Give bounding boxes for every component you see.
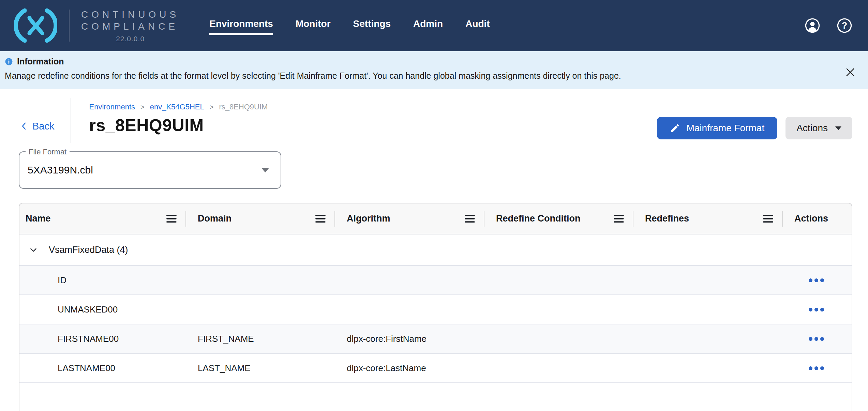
cell-algorithm: dlpx-core:LastName: [341, 354, 490, 382]
breadcrumb-separator: >: [210, 103, 214, 111]
breadcrumb-separator: >: [140, 103, 145, 111]
breadcrumb: Environments > env_K54G5HEL > rs_8EHQ9UI…: [89, 103, 268, 111]
main-nav: Environments Monitor Settings Admin Audi…: [209, 18, 490, 29]
banner-message: Manage redefine conditions for the field…: [5, 71, 830, 81]
row-actions-menu-icon[interactable]: [807, 335, 826, 343]
mainframe-format-button[interactable]: Mainframe Format: [657, 117, 777, 139]
back-label: Back: [32, 121, 54, 132]
breadcrumb-environment[interactable]: env_K54G5HEL: [150, 103, 204, 111]
cell-name: UNMASKED00: [19, 295, 192, 324]
column-menu-icon[interactable]: [763, 214, 775, 223]
cell-name: FIRSTNAME00: [19, 324, 192, 353]
table-row: ID: [19, 266, 852, 295]
chevron-down-icon[interactable]: [28, 245, 39, 255]
column-menu-icon[interactable]: [315, 214, 327, 223]
column-header-domain: Domain: [192, 203, 341, 234]
cell-algorithm: [341, 266, 490, 294]
nav-settings[interactable]: Settings: [353, 18, 391, 29]
nav-audit[interactable]: Audit: [465, 18, 490, 29]
info-banner: Information Manage redefine conditions f…: [0, 51, 868, 89]
close-icon[interactable]: [844, 66, 856, 79]
file-format-value: 5XA3199N.cbl: [28, 164, 93, 176]
main-content: Back Environments > env_K54G5HEL > rs_8E…: [0, 98, 868, 411]
actions-button[interactable]: Actions: [785, 117, 852, 139]
row-actions-menu-icon[interactable]: [807, 306, 826, 314]
app-window: CONTINUOUS COMPLIANCE 22.0.0.0 Environme…: [0, 0, 868, 411]
brand-line-1: CONTINUOUS: [81, 9, 179, 20]
app-logo: CONTINUOUS COMPLIANCE 22.0.0.0: [14, 8, 179, 43]
help-icon[interactable]: ?: [837, 18, 852, 33]
cell-name: ID: [19, 266, 192, 294]
nav-admin[interactable]: Admin: [413, 18, 443, 29]
mainframe-format-label: Mainframe Format: [686, 123, 764, 134]
table-header-row: Name Domain Algorithm: [19, 203, 852, 234]
column-divider: [633, 211, 633, 227]
page-title: rs_8EHQ9UIM: [89, 116, 268, 135]
column-header-redefines: Redefines: [639, 203, 788, 234]
column-menu-icon[interactable]: [614, 214, 625, 223]
column-divider: [334, 211, 335, 227]
banner-title: Information: [17, 57, 64, 66]
cell-algorithm: dlpx-core:FirstName: [341, 324, 490, 353]
cell-redefine-condition: [490, 266, 639, 294]
column-menu-icon[interactable]: [465, 214, 476, 223]
version-label: 22.0.0.0: [81, 35, 179, 43]
row-actions-menu-icon[interactable]: [807, 276, 826, 284]
column-header-redefine-condition: Redefine Condition: [490, 203, 639, 234]
user-account-icon[interactable]: [805, 18, 820, 33]
brand-text: CONTINUOUS COMPLIANCE 22.0.0.0: [81, 9, 179, 43]
column-menu-icon[interactable]: [166, 214, 178, 223]
column-divider: [484, 211, 484, 227]
cell-domain: [192, 295, 341, 324]
cell-redefine-condition: [490, 354, 639, 382]
nav-environments[interactable]: Environments: [209, 18, 273, 29]
delphix-logo-icon: [14, 8, 57, 43]
nav-monitor[interactable]: Monitor: [296, 18, 331, 29]
cell-algorithm: [341, 295, 490, 324]
table-row: LASTNAME00 LAST_NAME dlpx-core:LastName: [19, 354, 852, 383]
title-divider: [71, 98, 71, 143]
breadcrumb-current: rs_8EHQ9UIM: [219, 103, 268, 111]
svg-text:?: ?: [842, 20, 847, 31]
cell-domain: [192, 266, 341, 294]
top-navigation-bar: CONTINUOUS COMPLIANCE 22.0.0.0 Environme…: [0, 0, 868, 51]
info-icon: [5, 58, 13, 66]
cell-domain: LAST_NAME: [192, 354, 341, 382]
cell-redefines: [639, 354, 788, 382]
breadcrumb-environments[interactable]: Environments: [89, 103, 135, 111]
pencil-icon: [670, 123, 680, 133]
actions-label: Actions: [796, 123, 828, 134]
column-header-name: Name: [19, 203, 192, 234]
cell-name: LASTNAME00: [19, 354, 192, 382]
cell-redefine-condition: [490, 295, 639, 324]
cell-redefines: [639, 295, 788, 324]
cell-domain: FIRST_NAME: [192, 324, 341, 353]
cell-redefines: [639, 266, 788, 294]
brand-line-2: COMPLIANCE: [81, 20, 179, 32]
cell-redefines: [639, 324, 788, 353]
table-row: FIRSTNAME00 FIRST_NAME dlpx-core:FirstNa…: [19, 324, 852, 354]
column-header-actions: Actions: [788, 203, 852, 234]
page-header: Back Environments > env_K54G5HEL > rs_8E…: [19, 98, 852, 143]
chevron-down-icon: [261, 168, 269, 172]
row-actions-menu-icon[interactable]: [807, 364, 826, 372]
group-label: VsamFixedData (4): [49, 245, 128, 255]
fields-table: Name Domain Algorithm: [19, 203, 852, 411]
logo-divider: [69, 10, 70, 42]
chevron-left-icon: [19, 121, 30, 132]
file-format-select[interactable]: File Format 5XA3199N.cbl: [19, 151, 281, 189]
column-divider: [782, 211, 783, 227]
back-button[interactable]: Back: [19, 119, 54, 133]
table-row: UNMASKED00: [19, 295, 852, 324]
caret-down-icon: [835, 126, 841, 130]
group-row-vsamfixeddata[interactable]: VsamFixedData (4): [19, 234, 852, 266]
column-divider: [185, 211, 186, 227]
column-header-algorithm: Algorithm: [341, 203, 490, 234]
file-format-label: File Format: [26, 148, 70, 156]
cell-redefine-condition: [490, 324, 639, 353]
